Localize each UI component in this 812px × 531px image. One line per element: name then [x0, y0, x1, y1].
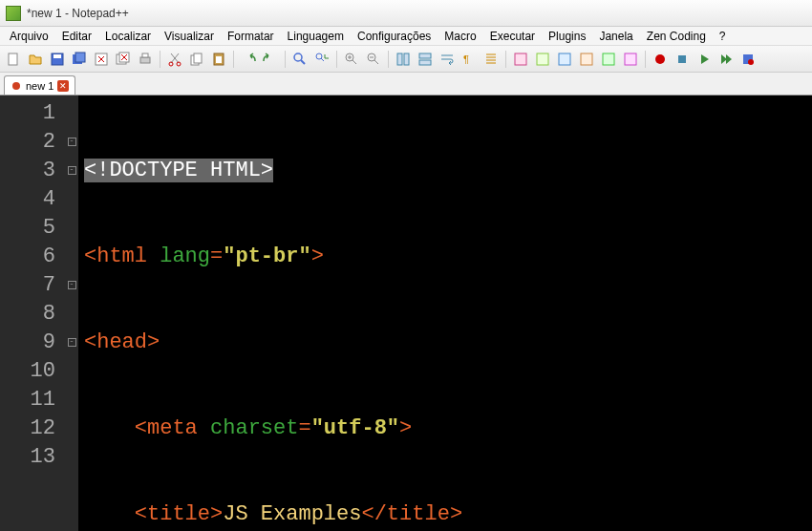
code-token: <head> [84, 330, 160, 354]
tool-f-icon[interactable] [621, 50, 640, 69]
svg-rect-4 [75, 53, 85, 62]
line-number: 4 [4, 185, 55, 214]
menu-janela[interactable]: Janela [593, 29, 638, 44]
svg-point-31 [655, 54, 665, 64]
fold-marker[interactable]: - [65, 128, 78, 157]
save-icon[interactable] [48, 50, 67, 69]
menu-editar[interactable]: Editar [56, 29, 97, 44]
line-number: 7 [4, 271, 55, 300]
unsaved-icon [11, 80, 22, 92]
fold-marker [65, 300, 78, 329]
menu-zencoding[interactable]: Zen Coding [641, 29, 712, 44]
fold-marker [65, 243, 78, 271]
code-token: <html [84, 244, 160, 268]
line-number: 2 [4, 128, 55, 157]
menu-macro[interactable]: Macro [438, 29, 481, 44]
menu-plugins[interactable]: Plugins [543, 29, 591, 44]
menu-visualizar[interactable]: Visualizar [159, 29, 220, 44]
redo-icon[interactable] [261, 50, 280, 69]
menu-formatar[interactable]: Formatar [222, 29, 280, 44]
line-number: 8 [4, 300, 55, 329]
separator [645, 51, 646, 68]
svg-rect-23 [419, 60, 431, 65]
fold-marker [65, 357, 78, 386]
line-number: 12 [4, 414, 55, 443]
undo-icon[interactable] [239, 50, 258, 69]
show-all-icon[interactable]: ¶ [459, 50, 479, 69]
fold-marker [65, 214, 78, 243]
tool-d-icon[interactable] [577, 50, 596, 69]
close-icon[interactable] [92, 50, 111, 69]
tool-c-icon[interactable] [555, 50, 574, 69]
save-all-icon[interactable] [70, 50, 89, 69]
play-macro-icon[interactable] [694, 50, 714, 69]
svg-rect-25 [515, 53, 526, 65]
separator [336, 51, 337, 68]
menu-help[interactable]: ? [714, 29, 732, 44]
line-number: 1 [4, 99, 55, 128]
line-number: 13 [4, 443, 55, 472]
sync-h-icon[interactable] [416, 50, 435, 69]
separator [285, 51, 286, 68]
wrap-icon[interactable] [438, 50, 457, 69]
find-icon[interactable] [290, 50, 310, 69]
tab-close-icon[interactable]: ✕ [57, 80, 69, 92]
new-file-icon[interactable] [4, 50, 23, 69]
zoom-in-icon[interactable] [342, 50, 361, 69]
indent-guide-icon[interactable] [481, 50, 501, 69]
separator [505, 51, 506, 68]
menu-localizar[interactable]: Localizar [99, 29, 157, 44]
record-macro-icon[interactable] [651, 50, 670, 69]
tool-a-icon[interactable] [511, 50, 530, 69]
stop-macro-icon[interactable] [673, 50, 692, 69]
window-title: *new 1 - Notepad++ [27, 7, 129, 20]
tab-new1[interactable]: new 1 ✕ [4, 75, 75, 95]
fold-marker[interactable]: - [65, 157, 78, 185]
line-number: 11 [4, 386, 55, 414]
fold-marker[interactable]: - [65, 271, 78, 300]
code-area[interactable]: <!DOCTYPE HTML> <html lang="pt-br"> <hea… [78, 96, 812, 531]
fold-marker [65, 185, 78, 214]
fold-marker[interactable]: - [65, 329, 78, 357]
tool-b-icon[interactable] [533, 50, 552, 69]
svg-rect-0 [9, 53, 17, 65]
tool-e-icon[interactable] [599, 50, 618, 69]
code-token [84, 502, 135, 526]
separator [160, 51, 160, 68]
print-icon[interactable] [136, 50, 155, 69]
svg-rect-2 [53, 54, 61, 58]
copy-icon[interactable] [187, 50, 206, 69]
paste-icon[interactable] [209, 50, 228, 69]
titlebar: *new 1 - Notepad++ [0, 0, 812, 27]
fold-marker [65, 99, 78, 128]
menu-arquivo[interactable]: Arquivo [4, 29, 54, 44]
svg-rect-30 [625, 53, 636, 65]
code-token: "utf-8" [311, 416, 399, 440]
svg-rect-22 [419, 53, 431, 58]
menu-configuracoes[interactable]: Configurações [352, 29, 437, 44]
app-icon [6, 6, 21, 21]
zoom-out-icon[interactable] [364, 50, 383, 69]
line-number: 3 [4, 157, 55, 185]
code-token: = [298, 416, 310, 440]
menu-linguagem[interactable]: Linguagem [282, 29, 350, 44]
save-macro-icon[interactable] [738, 50, 758, 69]
code-token: DOCTYPE HTML [109, 159, 260, 182]
svg-point-34 [748, 59, 754, 65]
svg-rect-9 [142, 53, 148, 57]
fold-gutter: - - - - [65, 96, 78, 531]
menu-executar[interactable]: Executar [484, 29, 541, 44]
open-file-icon[interactable] [26, 50, 45, 69]
code-token: "pt-br" [223, 244, 310, 268]
replace-icon[interactable] [312, 50, 331, 69]
play-multi-icon[interactable] [716, 50, 736, 69]
menubar: Arquivo Editar Localizar Visualizar Form… [0, 27, 812, 46]
svg-rect-8 [140, 57, 150, 63]
editor[interactable]: 1 2 3 4 5 6 7 8 9 10 11 12 13 - - - - <!… [0, 96, 812, 531]
fold-marker [65, 386, 78, 414]
svg-rect-21 [404, 53, 409, 65]
close-all-icon[interactable] [114, 50, 133, 69]
code-token [84, 416, 135, 440]
cut-icon[interactable] [165, 50, 184, 69]
sync-v-icon[interactable] [394, 50, 413, 69]
